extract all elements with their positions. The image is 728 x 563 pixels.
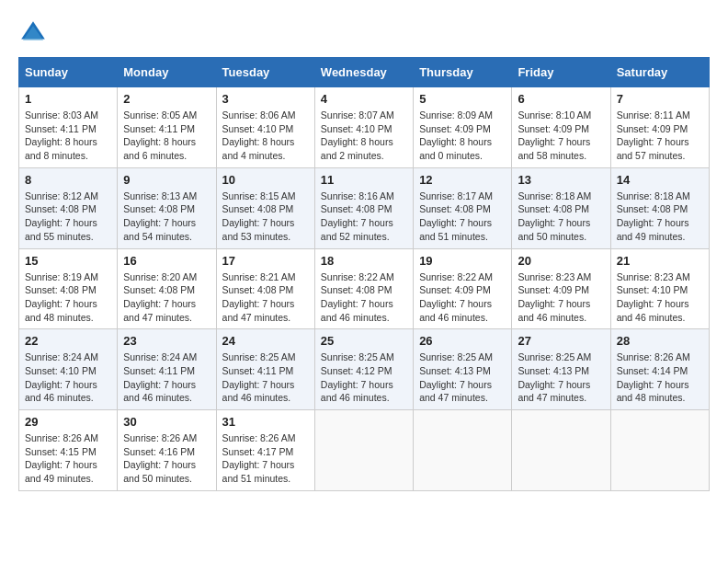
day-info: Sunrise: 8:18 AMSunset: 4:08 PMDaylight:… [518,190,591,242]
calendar-header-row: SundayMondayTuesdayWednesdayThursdayFrid… [19,58,710,87]
calendar-week-row: 22Sunrise: 8:24 AMSunset: 4:10 PMDayligh… [19,329,710,410]
calendar-table: SundayMondayTuesdayWednesdayThursdayFrid… [18,57,710,491]
col-header-sunday: Sunday [19,58,118,87]
calendar-cell: 10Sunrise: 8:15 AMSunset: 4:08 PMDayligh… [216,167,314,248]
calendar-week-row: 1Sunrise: 8:03 AMSunset: 4:11 PMDaylight… [19,87,710,168]
day-info: Sunrise: 8:25 AMSunset: 4:12 PMDaylight:… [321,351,394,403]
day-info: Sunrise: 8:25 AMSunset: 4:13 PMDaylight:… [419,351,493,403]
calendar-cell: 19Sunrise: 8:22 AMSunset: 4:09 PMDayligh… [414,248,512,329]
day-number: 6 [518,92,604,106]
day-number: 4 [321,92,407,106]
logo-icon [18,18,48,48]
day-info: Sunrise: 8:26 AMSunset: 4:15 PMDaylight:… [25,432,98,484]
calendar-cell: 1Sunrise: 8:03 AMSunset: 4:11 PMDaylight… [19,87,118,168]
page-header [18,18,710,48]
day-info: Sunrise: 8:11 AMSunset: 4:09 PMDaylight:… [617,109,690,161]
day-info: Sunrise: 8:17 AMSunset: 4:08 PMDaylight:… [419,190,493,242]
day-number: 13 [518,173,604,187]
day-info: Sunrise: 8:19 AMSunset: 4:08 PMDaylight:… [25,271,98,323]
calendar-week-row: 29Sunrise: 8:26 AMSunset: 4:15 PMDayligh… [19,410,710,491]
calendar-cell: 25Sunrise: 8:25 AMSunset: 4:12 PMDayligh… [314,329,413,410]
calendar-cell [610,410,709,491]
day-info: Sunrise: 8:26 AMSunset: 4:16 PMDaylight:… [123,432,197,484]
day-info: Sunrise: 8:18 AMSunset: 4:08 PMDaylight:… [617,190,690,242]
calendar-week-row: 15Sunrise: 8:19 AMSunset: 4:08 PMDayligh… [19,248,710,329]
col-header-tuesday: Tuesday [216,58,314,87]
day-number: 20 [518,254,604,268]
day-info: Sunrise: 8:23 AMSunset: 4:09 PMDaylight:… [518,271,591,323]
day-number: 18 [321,254,407,268]
day-number: 31 [222,415,309,429]
col-header-saturday: Saturday [610,58,709,87]
calendar-cell: 13Sunrise: 8:18 AMSunset: 4:08 PMDayligh… [512,167,610,248]
day-number: 11 [321,173,407,187]
calendar-cell: 21Sunrise: 8:23 AMSunset: 4:10 PMDayligh… [610,248,709,329]
calendar-cell [314,410,413,491]
day-number: 19 [419,254,506,268]
calendar-cell: 18Sunrise: 8:22 AMSunset: 4:08 PMDayligh… [314,248,413,329]
day-info: Sunrise: 8:21 AMSunset: 4:08 PMDaylight:… [222,271,296,323]
calendar-cell: 20Sunrise: 8:23 AMSunset: 4:09 PMDayligh… [512,248,610,329]
col-header-monday: Monday [118,58,216,87]
calendar-cell: 15Sunrise: 8:19 AMSunset: 4:08 PMDayligh… [19,248,118,329]
day-info: Sunrise: 8:03 AMSunset: 4:11 PMDaylight:… [25,109,98,161]
day-number: 5 [419,92,506,106]
day-info: Sunrise: 8:05 AMSunset: 4:11 PMDaylight:… [123,109,197,161]
calendar-cell: 31Sunrise: 8:26 AMSunset: 4:17 PMDayligh… [216,410,314,491]
calendar-cell: 29Sunrise: 8:26 AMSunset: 4:15 PMDayligh… [19,410,118,491]
day-info: Sunrise: 8:24 AMSunset: 4:11 PMDaylight:… [123,351,197,403]
day-info: Sunrise: 8:25 AMSunset: 4:13 PMDaylight:… [518,351,591,403]
day-number: 28 [617,334,703,348]
day-info: Sunrise: 8:07 AMSunset: 4:10 PMDaylight:… [321,109,394,161]
day-number: 29 [25,415,111,429]
calendar-cell: 23Sunrise: 8:24 AMSunset: 4:11 PMDayligh… [118,329,216,410]
day-info: Sunrise: 8:23 AMSunset: 4:10 PMDaylight:… [617,271,690,323]
calendar-cell [512,410,610,491]
day-number: 12 [419,173,506,187]
calendar-cell: 6Sunrise: 8:10 AMSunset: 4:09 PMDaylight… [512,87,610,168]
day-number: 25 [321,334,407,348]
calendar-cell: 28Sunrise: 8:26 AMSunset: 4:14 PMDayligh… [610,329,709,410]
day-info: Sunrise: 8:20 AMSunset: 4:08 PMDaylight:… [123,271,197,323]
day-number: 24 [222,334,309,348]
calendar-cell: 5Sunrise: 8:09 AMSunset: 4:09 PMDaylight… [414,87,512,168]
calendar-cell: 12Sunrise: 8:17 AMSunset: 4:08 PMDayligh… [414,167,512,248]
day-number: 2 [123,92,210,106]
day-number: 23 [123,334,210,348]
day-info: Sunrise: 8:25 AMSunset: 4:11 PMDaylight:… [222,351,296,403]
day-info: Sunrise: 8:26 AMSunset: 4:14 PMDaylight:… [617,351,690,403]
day-info: Sunrise: 8:24 AMSunset: 4:10 PMDaylight:… [25,351,98,403]
calendar-cell: 11Sunrise: 8:16 AMSunset: 4:08 PMDayligh… [314,167,413,248]
day-info: Sunrise: 8:15 AMSunset: 4:08 PMDaylight:… [222,190,296,242]
calendar-cell: 8Sunrise: 8:12 AMSunset: 4:08 PMDaylight… [19,167,118,248]
day-info: Sunrise: 8:22 AMSunset: 4:09 PMDaylight:… [419,271,493,323]
calendar-cell: 26Sunrise: 8:25 AMSunset: 4:13 PMDayligh… [414,329,512,410]
calendar-cell: 22Sunrise: 8:24 AMSunset: 4:10 PMDayligh… [19,329,118,410]
day-info: Sunrise: 8:12 AMSunset: 4:08 PMDaylight:… [25,190,98,242]
day-number: 22 [25,334,111,348]
day-number: 9 [123,173,210,187]
calendar-cell: 7Sunrise: 8:11 AMSunset: 4:09 PMDaylight… [610,87,709,168]
calendar-cell: 14Sunrise: 8:18 AMSunset: 4:08 PMDayligh… [610,167,709,248]
calendar-cell: 4Sunrise: 8:07 AMSunset: 4:10 PMDaylight… [314,87,413,168]
day-number: 15 [25,254,111,268]
day-info: Sunrise: 8:26 AMSunset: 4:17 PMDaylight:… [222,432,296,484]
day-info: Sunrise: 8:13 AMSunset: 4:08 PMDaylight:… [123,190,197,242]
calendar-cell: 3Sunrise: 8:06 AMSunset: 4:10 PMDaylight… [216,87,314,168]
calendar-cell: 24Sunrise: 8:25 AMSunset: 4:11 PMDayligh… [216,329,314,410]
day-info: Sunrise: 8:16 AMSunset: 4:08 PMDaylight:… [321,190,394,242]
day-number: 10 [222,173,309,187]
calendar-cell: 9Sunrise: 8:13 AMSunset: 4:08 PMDaylight… [118,167,216,248]
calendar-week-row: 8Sunrise: 8:12 AMSunset: 4:08 PMDaylight… [19,167,710,248]
day-info: Sunrise: 8:06 AMSunset: 4:10 PMDaylight:… [222,109,296,161]
day-info: Sunrise: 8:09 AMSunset: 4:09 PMDaylight:… [419,109,493,161]
day-number: 3 [222,92,309,106]
day-number: 26 [419,334,506,348]
col-header-thursday: Thursday [414,58,512,87]
logo [18,18,51,48]
calendar-cell [414,410,512,491]
day-info: Sunrise: 8:22 AMSunset: 4:08 PMDaylight:… [321,271,394,323]
day-info: Sunrise: 8:10 AMSunset: 4:09 PMDaylight:… [518,109,591,161]
calendar-cell: 16Sunrise: 8:20 AMSunset: 4:08 PMDayligh… [118,248,216,329]
day-number: 7 [617,92,703,106]
